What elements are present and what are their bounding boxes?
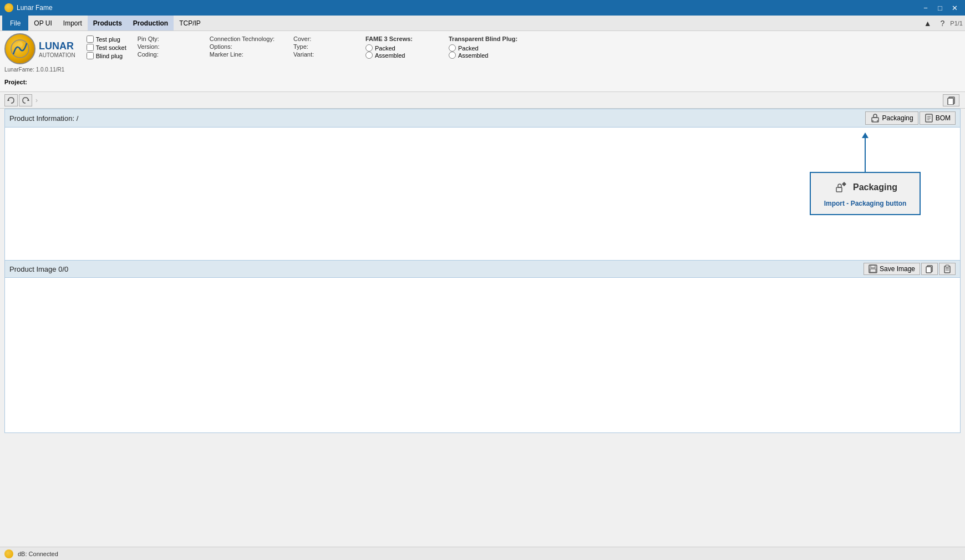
transparent-packed-radio[interactable] xyxy=(449,44,456,52)
coding-label: Coding: xyxy=(138,51,182,58)
transparent-packed-row[interactable]: Packed xyxy=(449,44,532,52)
options-label: Options: xyxy=(210,43,254,50)
copy-to-clipboard-button[interactable] xyxy=(943,94,959,106)
title-bar-text: Lunar Fame xyxy=(17,4,53,12)
test-socket-label: Test socket xyxy=(96,44,126,51)
paste-icon xyxy=(943,264,952,273)
packaging-button[interactable]: Packaging xyxy=(865,111,918,125)
product-image-title: Product Image 0/0 xyxy=(9,265,68,273)
test-plug-checkbox[interactable] xyxy=(87,35,94,43)
connection-group: Connection Technology: Options: Marker L… xyxy=(210,33,277,58)
maximize-button[interactable]: □ xyxy=(934,3,946,13)
logo-circle xyxy=(4,33,35,64)
svg-rect-16 xyxy=(870,269,876,272)
fame3-packed-radio[interactable] xyxy=(365,44,373,52)
cover-row: Cover: xyxy=(293,35,349,42)
type-row: Type: xyxy=(293,43,349,50)
copy-icon xyxy=(925,264,934,273)
image-section-buttons: Save Image xyxy=(864,263,956,275)
svg-rect-5 xyxy=(948,98,953,105)
paste-image-button[interactable] xyxy=(939,263,956,275)
bom-icon xyxy=(925,114,933,123)
cover-group: Cover: Type: Variant: xyxy=(293,33,349,58)
bom-btn-label: BOM xyxy=(936,114,951,122)
minimize-button[interactable]: − xyxy=(920,3,932,13)
product-info-header: Product Information: / Packaging xyxy=(4,109,961,128)
production-menu[interactable]: Production xyxy=(128,16,174,30)
fame3-screws-section: FAME 3 Screws: Packed Assembled xyxy=(365,33,432,59)
page-indicator: P1/1 xyxy=(950,20,963,27)
transparent-label: Transparent Blind Plug: xyxy=(449,35,532,42)
test-plug-check[interactable]: Test plug xyxy=(87,35,126,43)
fame3-packed-label: Packed xyxy=(375,45,395,52)
coding-row: Coding: xyxy=(138,51,193,58)
variant-label: Variant: xyxy=(293,51,338,58)
fame3-label: FAME 3 Screws: xyxy=(365,35,432,42)
save-image-label: Save Image xyxy=(880,265,915,273)
logo-brand: LUNAR xyxy=(39,40,75,52)
product-image-body xyxy=(4,278,961,433)
options-row: Options: xyxy=(210,43,277,50)
products-menu[interactable]: Products xyxy=(88,16,128,30)
help-button[interactable]: ? xyxy=(937,18,948,29)
svg-rect-18 xyxy=(926,267,931,273)
connection-tech-row: Connection Technology: xyxy=(210,35,277,42)
product-info-body xyxy=(4,128,961,261)
product-info-title: Product Information: / xyxy=(9,114,78,123)
properties-panel: LUNAR AUTOMATION LunarFame: 1.0.0.11/R1 … xyxy=(0,31,965,92)
transparent-assembled-radio[interactable] xyxy=(449,52,456,59)
file-menu[interactable]: File xyxy=(2,16,28,30)
fame3-assembled-row[interactable]: Assembled xyxy=(365,52,432,59)
packaging-icon xyxy=(870,113,880,123)
toolbar-row: › xyxy=(0,92,965,109)
fame3-assembled-radio[interactable] xyxy=(365,52,373,59)
arrow-up-button[interactable]: ▲ xyxy=(921,18,935,29)
test-plug-label: Test plug xyxy=(96,36,120,43)
checkboxes-group: Test plug Test socket Blind plug xyxy=(87,33,126,59)
save-image-button[interactable]: Save Image xyxy=(864,263,920,275)
marker-line-label: Marker Line: xyxy=(210,51,254,58)
pin-qty-row: Pin Qty: xyxy=(138,35,193,42)
bom-button[interactable]: BOM xyxy=(920,111,956,125)
title-bar-left: Lunar Fame xyxy=(4,3,53,12)
marker-line-row: Marker Line: xyxy=(210,51,277,58)
logo-area: LUNAR AUTOMATION LunarFame: 1.0.0.11/R1 xyxy=(4,33,75,73)
transparent-packed-label: Packed xyxy=(458,45,479,52)
main-content: Product Information: / Packaging xyxy=(4,109,961,433)
packaging-btn-label: Packaging xyxy=(882,114,913,122)
title-bar: Lunar Fame − □ ✕ xyxy=(0,0,965,16)
variant-row: Variant: xyxy=(293,51,349,58)
connection-tech-label: Connection Technology: xyxy=(210,35,275,42)
fame3-packed-row[interactable]: Packed xyxy=(365,44,432,52)
logo-subtitle: AUTOMATION xyxy=(39,52,75,58)
test-socket-checkbox[interactable] xyxy=(87,44,94,51)
pin-group: Pin Qty: Version: Coding: xyxy=(138,33,193,58)
blind-plug-label: Blind plug xyxy=(96,53,123,59)
app-icon xyxy=(4,3,13,12)
test-socket-check[interactable]: Test socket xyxy=(87,44,126,51)
toolbar-separator: › xyxy=(35,96,38,104)
op-ui-menu[interactable]: OP UI xyxy=(28,16,57,30)
version-label: Version: xyxy=(138,43,182,50)
blind-plug-check[interactable]: Blind plug xyxy=(87,52,126,59)
tcpip-menu[interactable]: TCP/IP xyxy=(174,16,206,30)
undo-button[interactable] xyxy=(4,94,18,106)
logo-text-group: LUNAR AUTOMATION xyxy=(39,40,75,58)
import-menu[interactable]: Import xyxy=(58,16,88,30)
close-button[interactable]: ✕ xyxy=(948,3,961,13)
svg-point-1 xyxy=(17,42,23,47)
svg-marker-3 xyxy=(27,99,29,101)
project-label: Project: xyxy=(4,79,27,85)
product-image-header: Product Image 0/0 Save Image xyxy=(4,261,961,278)
save-icon xyxy=(868,264,877,273)
pin-qty-label: Pin Qty: xyxy=(138,35,182,42)
fame3-assembled-label: Assembled xyxy=(375,52,405,59)
redo-button[interactable] xyxy=(19,94,32,106)
transparent-assembled-label: Assembled xyxy=(458,52,488,59)
svg-marker-2 xyxy=(7,99,9,101)
copy-image-button[interactable] xyxy=(921,263,938,275)
blind-plug-checkbox[interactable] xyxy=(87,52,94,59)
logo-version: LunarFame: 1.0.0.11/R1 xyxy=(4,67,64,73)
section-buttons: Packaging BOM xyxy=(865,111,956,125)
transparent-assembled-row[interactable]: Assembled xyxy=(449,52,532,59)
